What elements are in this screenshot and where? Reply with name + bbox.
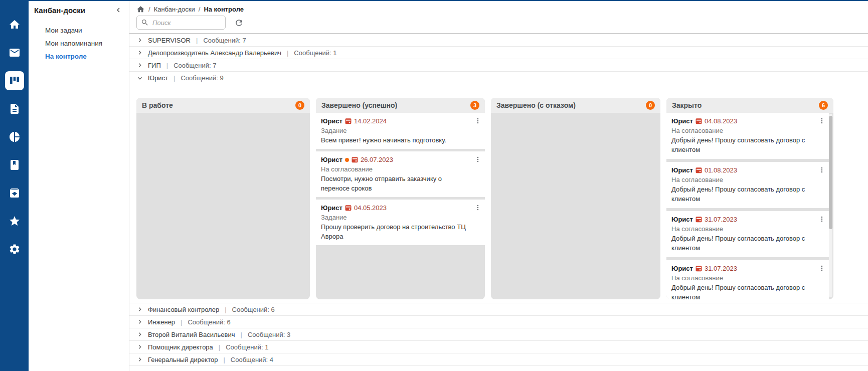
search-box[interactable] [136, 16, 226, 30]
card-menu-button[interactable] [818, 216, 825, 223]
column-header: Закрыто 6 [666, 98, 833, 113]
refresh-button[interactable] [234, 18, 244, 28]
section-separator: | [173, 74, 175, 82]
kanban-column-in-progress: В работе 0 [136, 98, 310, 299]
column-count-badge: 0 [646, 101, 655, 110]
card-menu-button[interactable] [474, 204, 481, 211]
column-title: Завершено (успешно) [321, 101, 397, 109]
section-row-general-director[interactable]: Генеральный директор | Сообщений: 4 [129, 353, 868, 366]
card-status: На согласование [321, 164, 472, 174]
card-menu-button[interactable] [474, 117, 481, 124]
home-icon[interactable] [5, 15, 24, 34]
collapse-sidebar-button[interactable] [114, 6, 123, 15]
kanban-card[interactable]: Юрист 26.07.2023 На согласование Посмотр… [316, 151, 485, 197]
section-row-vtoroy[interactable]: Второй Виталий Васильевич | Сообщений: 3 [129, 328, 868, 341]
section-separator: | [219, 343, 220, 351]
kanban-card[interactable]: Юрист 31.07.2023 На согласование Добрый … [666, 211, 829, 257]
kanban-column-done-success: Завершено (успешно) 3 Юрист 14.02.2024 З… [316, 98, 485, 299]
section-messages-count: Сообщений: 9 [181, 74, 223, 82]
card-text: Добрый день! Прошу согласовать договор с… [671, 234, 816, 253]
card-status: На согласование [671, 273, 816, 283]
section-row-gip[interactable]: ГИП | Сообщений: 7 [129, 59, 868, 72]
chevron-right-icon [136, 49, 144, 57]
card-menu-button[interactable] [818, 265, 825, 272]
document-icon[interactable] [5, 99, 24, 118]
mail-icon[interactable] [5, 43, 24, 62]
card-date: 26.07.2023 [361, 156, 393, 163]
calendar-icon [696, 118, 702, 124]
card-text: Добрый день! Прошу согласовать договор с… [671, 283, 816, 299]
star-icon[interactable] [5, 212, 24, 231]
kanban-column-done-rejected: Завершено (с отказом) 0 [491, 98, 660, 299]
kanban-card[interactable]: Юрист 04.08.2023 На согласование Добрый … [666, 113, 829, 159]
card-author: Юрист [671, 216, 693, 223]
column-cards-area [136, 113, 310, 299]
kanban-card[interactable]: Юрист 04.05.2023 Задание Прошу проверить… [316, 200, 485, 245]
book-icon[interactable] [5, 155, 24, 174]
calendar-icon [345, 205, 352, 211]
card-author: Юрист [321, 204, 342, 212]
card-text: Посмотри, нужно отправить заказчику о пе… [321, 174, 472, 193]
card-status: Задание [321, 213, 472, 222]
chevron-right-icon [136, 355, 144, 363]
section-row-supervisor[interactable]: SUPERVISOR | Сообщений: 7 [129, 34, 868, 47]
calendar-icon [696, 167, 702, 173]
section-row-yurist[interactable]: Юрист | Сообщений: 9 [129, 72, 868, 84]
kanban-card[interactable]: Юрист 31.07.2023 На согласование Добрый … [666, 260, 829, 299]
section-row-assistant-director[interactable]: Помощник директора | Сообщений: 1 [129, 341, 868, 353]
kanban-board: В работе 0 Завершено (успешно) 3 Юрис [129, 84, 868, 303]
column-cards-area [491, 113, 660, 299]
card-text: Всем привет! нужно начинать подготовку. [321, 135, 472, 145]
section-messages-count: Сообщений: 7 [173, 62, 216, 69]
section-messages-count: Сообщений: 1 [226, 343, 268, 351]
section-messages-count: Сообщений: 7 [203, 37, 246, 44]
section-label: SUPERVISOR [148, 37, 191, 44]
column-scrollbar[interactable] [829, 114, 832, 297]
section-label: ГИП [148, 62, 161, 69]
kanban-column-closed: Закрыто 6 Юрист 04.08.2023 На согласован… [666, 98, 833, 299]
settings-icon[interactable] [5, 240, 24, 259]
chevron-right-icon [136, 318, 144, 326]
breadcrumb: / Канбан-доски / На контроле [129, 0, 868, 14]
column-cards-area: Юрист 04.08.2023 На согласование Добрый … [666, 113, 833, 299]
card-menu-button[interactable] [818, 166, 825, 173]
section-messages-count: Сообщений: 4 [231, 356, 273, 363]
toolbar [129, 14, 868, 33]
search-input[interactable] [152, 19, 221, 27]
column-count-badge: 3 [470, 101, 479, 110]
card-author: Юрист [671, 166, 693, 174]
status-dot [345, 158, 349, 162]
kanban-card[interactable]: Юрист 14.02.2024 Задание Всем привет! ну… [316, 113, 485, 149]
section-label: Второй Виталий Васильевич [148, 331, 235, 338]
card-date: 04.05.2023 [354, 204, 387, 212]
sidebar-item-my-tasks[interactable]: Мои задачи [45, 24, 129, 37]
card-menu-button[interactable] [818, 117, 825, 124]
column-header: Завершено (с отказом) 0 [491, 98, 660, 113]
sidebar-item-my-reminders[interactable]: Мои напоминания [45, 37, 129, 50]
section-separator: | [223, 356, 225, 363]
section-row-engineer[interactable]: Инженер | Сообщений: 6 [129, 316, 868, 328]
section-messages-count: Сообщений: 6 [232, 306, 275, 313]
card-author: Юрист [321, 156, 342, 163]
card-menu-button[interactable] [474, 156, 481, 163]
section-label: Помощник директора [148, 343, 213, 351]
card-date: 31.07.2023 [705, 265, 737, 272]
column-header: Завершено (успешно) 3 [316, 98, 485, 113]
section-yurist-expanded: Юрист | Сообщений: 9 В работе 0 Завершен… [129, 72, 868, 303]
kanban-icon[interactable] [5, 71, 24, 90]
breadcrumb-home-icon[interactable] [136, 5, 145, 14]
archive-icon[interactable] [5, 183, 24, 203]
sidebar-item-on-control[interactable]: На контроле [45, 50, 129, 63]
section-messages-count: Сообщений: 3 [248, 331, 290, 338]
section-row-fin-controller[interactable]: Финансовый контролер | Сообщений: 6 [129, 303, 868, 316]
column-count-badge: 0 [295, 101, 304, 110]
section-messages-count: Сообщений: 1 [294, 49, 336, 57]
column-header: В работе 0 [136, 98, 310, 113]
breadcrumb-parent[interactable]: Канбан-доски [154, 6, 195, 13]
search-icon [141, 19, 149, 27]
scrollbar-thumb[interactable] [829, 116, 832, 229]
pie-chart-icon[interactable] [5, 127, 24, 146]
section-row-deloproizvoditel[interactable]: Делопроизводитель Александр Валерьевич |… [129, 47, 868, 59]
chevron-right-icon [136, 343, 144, 351]
kanban-card[interactable]: Юрист 01.08.2023 На согласование Добрый … [666, 162, 829, 208]
